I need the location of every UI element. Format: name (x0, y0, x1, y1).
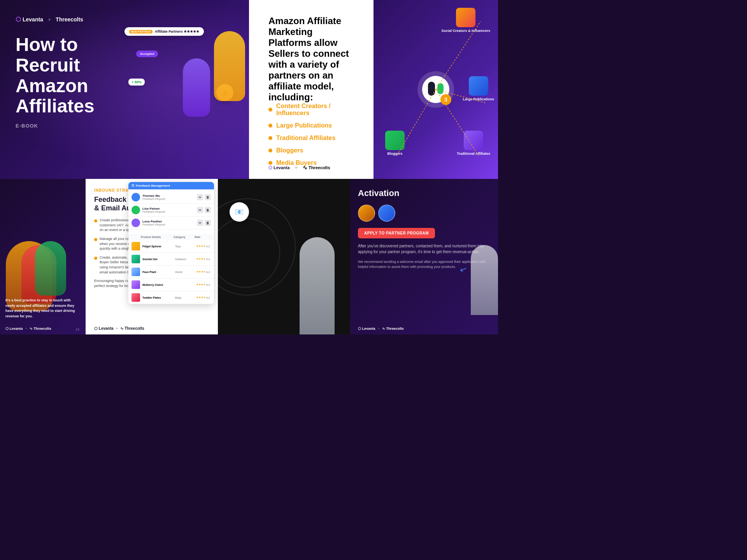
feedback-row-thomas: Thomas Wu Feedback Request ✏ 🗑 (128, 191, 214, 204)
person-3-illustration (35, 241, 66, 296)
person-illustration-2 (183, 58, 210, 117)
product-rating-snorkel: ★★★★ 4.2 (196, 257, 214, 261)
levanta-logo-act: ⬡ Levanta (358, 327, 375, 331)
product-rating-plant: ★★★★ 4.2 (196, 270, 214, 273)
edit-btn-lena[interactable]: ✏ (197, 220, 203, 226)
diagram-center-logo: 3 (422, 76, 449, 103)
product-cat-plant: Home (175, 271, 195, 273)
diagram-node-bloggers: Bloggers (385, 131, 405, 156)
activation-logos: ⬡ Levanta + ∿ Threecolts (358, 327, 404, 331)
avatar-lena (132, 219, 140, 227)
product-thumb-snorkel (132, 255, 140, 263)
product-rating-toddler: ★★★★ 4.2 (196, 296, 214, 299)
logo-sep-bl: + (25, 327, 27, 331)
table-row: Mulberry Clutch ★★★★ 4.2 (128, 278, 214, 291)
levanta-logo-sm: Levanta (268, 165, 290, 170)
delete-btn-thomas[interactable]: 🗑 (205, 194, 211, 200)
logo-separator: + (48, 16, 51, 23)
thomas-name: Thomas Wu (142, 194, 195, 198)
list-item: Bloggers (268, 147, 354, 154)
threecolts-logo-act: ∿ Threecolts (382, 327, 404, 331)
threecolts-logo: Threecolts (56, 16, 83, 23)
product-thumb-spinner (132, 242, 140, 250)
edit-btn-thomas[interactable]: ✏ (197, 194, 203, 200)
affiliates-heading: Amazon Affiliate Marketing Platforms all… (268, 16, 354, 103)
activation-avatars (358, 205, 490, 222)
product-name-plant: Faux Plant (142, 271, 174, 273)
levanta-logo-bl: ⬡ Levanta (5, 327, 23, 331)
edit-btn-lisa[interactable]: ✏ (197, 207, 203, 213)
hero-mockup: NEW PARTNER Affiliate Partners ★★★★★ Acc… (124, 8, 249, 124)
bottom-logos-left: ⬡ Levanta + ∿ Threecolts (5, 327, 51, 331)
threecolts-logo-fb: ∿ Threecolts (120, 326, 144, 331)
bottom-left-panel: It's a best practice to stay in touch wi… (0, 179, 86, 334)
feedback-panel: INBOUND STRATEGIES Feedback Management &… (86, 179, 218, 334)
threecolts-logo-bl: ∿ Threecolts (30, 327, 51, 331)
accepted-button: Accepted (136, 51, 158, 57)
dark-section: 📧 (218, 179, 350, 334)
traditional-img (464, 131, 483, 150)
growth-badge: + 88% (128, 79, 145, 86)
thomas-info: Thomas Wu Feedback Request (142, 194, 195, 200)
feedback-row-lisa: Lisa Palmer Feedback Request ✏ 🗑 (128, 204, 214, 217)
logo-sep: + (295, 164, 298, 171)
delete-btn-lisa[interactable]: 🗑 (205, 207, 211, 213)
page-number: 19 (75, 327, 79, 331)
product-name-snorkel: Snorkel Set (142, 258, 174, 261)
bloggers-img (385, 131, 405, 150)
standing-person (300, 237, 335, 334)
list-item: Traditional Affiliates (268, 135, 354, 142)
threecolts-logo-sm: Threecolts (303, 164, 330, 171)
affiliates-panel: Amazon Affiliate Marketing Platforms all… (249, 0, 374, 179)
lisa-name: Lisa Palmer (142, 207, 195, 210)
apply-button[interactable]: APPLY TO PARTNER PROGRAM (358, 228, 435, 238)
table-row: Fidget Spinner Toys ★★★★ 4.2 (128, 240, 214, 253)
product-rating-spinner: ★★★★ 4.2 (196, 245, 214, 248)
table-row: Snorkel Set Outdoors ★★★★ 4.2 (128, 253, 214, 266)
lena-actions: ✏ 🗑 (197, 220, 211, 226)
logo-sep-act: + (378, 327, 380, 331)
diagram-node-pub: Large Publications (463, 76, 494, 101)
product-name-spinner: Fidget Spinner (142, 245, 174, 248)
email-icon-circle: 📧 (230, 202, 249, 222)
lena-name: Lena Panther (142, 220, 195, 223)
pub-img (469, 76, 488, 96)
social-label: Social Creators & Influencers (441, 29, 490, 33)
feedback-rows: Thomas Wu Feedback Request ✏ 🗑 Lisa Palm… (128, 189, 214, 231)
table-row: Toddler Plates Baby ★★★★ 4.2 (128, 291, 214, 304)
traditional-label: Traditional Affiliates (457, 152, 490, 156)
product-name-clutch: Mulberry Clutch (142, 284, 174, 286)
product-thumb-toddler (132, 293, 140, 302)
lena-info: Lena Panther Feedback Request (142, 220, 195, 226)
avatar-thomas (132, 193, 140, 201)
diagram-panel: 3 Social Creators & Influencers Large Pu… (374, 0, 498, 179)
social-img (456, 8, 475, 27)
affiliate-chip: NEW PARTNER Affiliate Partners ★★★★★ (124, 27, 204, 36)
affiliates-logos: Levanta + Threecolts (268, 164, 330, 171)
new-badge: NEW PARTNER (129, 30, 153, 33)
bottom-row: It's a best practice to stay in touch wi… (0, 179, 498, 334)
lena-sub: Feedback Request (142, 223, 195, 226)
product-thumb-plant (132, 268, 140, 276)
product-cat-toddler: Baby (175, 296, 195, 299)
center-logo-inner (428, 82, 444, 97)
activation-title: Activation (358, 188, 490, 198)
delete-btn-lena[interactable]: 🗑 (205, 220, 211, 226)
product-cat-spinner: Toys (175, 245, 195, 248)
table-header: Product Details Category Rate (128, 234, 214, 240)
table-row: Faux Plant Home ★★★★ 4.2 (128, 266, 214, 278)
activation-description: After you've discovered partners, contac… (358, 243, 490, 255)
feedback-mock-ui: ☰ Feedback Management Thomas Wu Feedback… (128, 182, 214, 304)
product-name-toddler: Toddler Plates (142, 296, 174, 299)
thomas-sub: Feedback Request (142, 198, 195, 200)
feedback-row-lena: Lena Panther Feedback Request ✏ 🗑 (128, 217, 214, 229)
lisa-info: Lisa Palmer Feedback Request (142, 207, 195, 213)
feedback-bottom-logos: ⬡ Levanta + ∿ Threecolts (94, 326, 144, 331)
product-rating-clutch: ★★★★ 4.2 (196, 283, 214, 286)
activation-panel: Activation APPLY TO PARTNER PROGRAM ↙ Af… (350, 179, 498, 334)
list-item: Content Creators / Influencers (268, 103, 354, 117)
affiliate-list: Content Creators / Influencers Large Pub… (268, 103, 354, 166)
lisa-actions: ✏ 🗑 (197, 207, 211, 213)
product-thumb-clutch (132, 280, 140, 289)
thomas-actions: ✏ 🗑 (197, 194, 211, 200)
